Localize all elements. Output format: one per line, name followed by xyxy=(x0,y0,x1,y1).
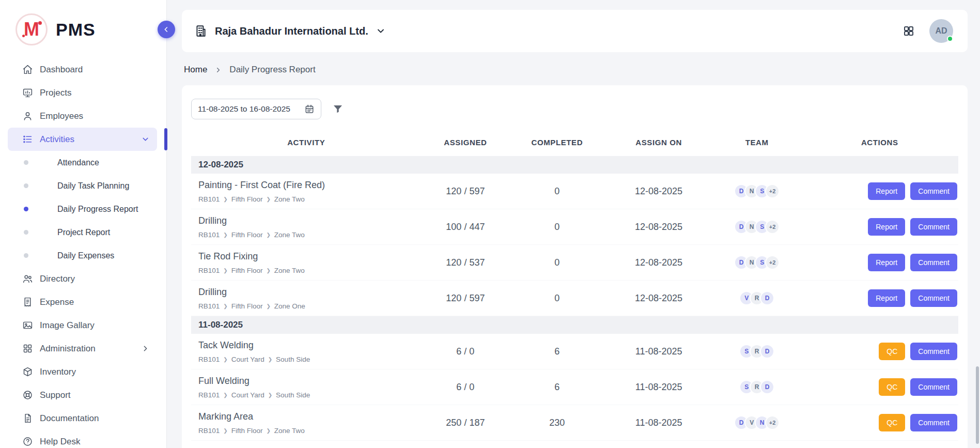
table-row: Painting - First Coat (Fire Red)RB101❯Fi… xyxy=(191,174,958,209)
row-actions: ReportComment xyxy=(801,218,958,236)
sidebar-item-documentation[interactable]: Documentation xyxy=(8,407,157,430)
sidebar-item-directory[interactable]: Directory xyxy=(8,267,157,290)
sidebar-item-inventory[interactable]: Inventory xyxy=(8,360,157,383)
breadcrumb-home[interactable]: Home xyxy=(184,65,207,75)
sidebar-subitem-label: Daily Task Planning xyxy=(57,181,129,191)
online-status-dot xyxy=(947,36,953,42)
team-extra-badge[interactable]: +2 xyxy=(765,415,780,430)
team-avatar[interactable]: D xyxy=(760,291,774,305)
sidebar-subitem-daily-task-planning[interactable]: Daily Task Planning xyxy=(8,174,157,197)
date-range-input[interactable] xyxy=(198,104,300,114)
sidebar-item-help-desk[interactable]: Help Desk xyxy=(8,430,157,448)
sidebar-item-support[interactable]: Support xyxy=(8,383,157,407)
column-header-completed: COMPLETED xyxy=(509,138,604,147)
chevron-right-icon: ❯ xyxy=(266,196,270,202)
sidebar-item-dashboard[interactable]: Dashboard xyxy=(8,58,157,81)
comment-button[interactable]: Comment xyxy=(910,343,957,360)
sidebar-subitem-label: Daily Progress Report xyxy=(57,205,138,214)
chevron-right-icon: ❯ xyxy=(266,303,270,309)
chevron-right-icon: ❯ xyxy=(266,232,270,238)
sidebar-subitem-daily-progress-report[interactable]: Daily Progress Report xyxy=(8,197,157,221)
activity-cell: DrillingRB101❯Fifth Floor❯Zone One xyxy=(191,287,422,310)
qc-button[interactable]: QC xyxy=(879,343,905,360)
apps-grid-button[interactable] xyxy=(903,25,915,37)
sidebar-subitem-label: Attendance xyxy=(57,158,99,167)
sidebar-subitem-attendance[interactable]: Attendance xyxy=(8,151,157,174)
user-menu[interactable]: AD xyxy=(929,19,953,43)
bullet-icon xyxy=(24,183,28,188)
activity-path: RB101❯Fifth Floor❯Zone Two xyxy=(198,427,422,435)
comment-button[interactable]: Comment xyxy=(910,182,957,200)
sidebar-item-expense[interactable]: Expense xyxy=(8,290,157,314)
table-row: DrillingRB101❯Fifth Floor❯Zone One120 / … xyxy=(191,281,958,316)
path-segment: Fifth Floor xyxy=(231,195,263,203)
path-segment: RB101 xyxy=(198,231,220,239)
team-avatars: DNS+2 xyxy=(713,220,801,234)
team-extra-badge[interactable]: +2 xyxy=(765,255,780,270)
report-button[interactable]: Report xyxy=(868,289,905,307)
projects-icon xyxy=(22,87,33,99)
report-button[interactable]: Report xyxy=(868,182,905,200)
assign-on-value: 11-08-2025 xyxy=(604,382,712,393)
sidebar-item-activities[interactable]: Activities xyxy=(8,128,157,151)
team-avatar[interactable]: D xyxy=(760,380,774,394)
qc-button[interactable]: QC xyxy=(879,414,905,431)
sidebar-item-image-gallary[interactable]: Image Gallary xyxy=(8,314,157,337)
sidebar-item-label: Employees xyxy=(40,111,83,121)
page-scrollbar[interactable] xyxy=(976,366,979,444)
app-name: PMS xyxy=(56,20,96,40)
activity-title: Drilling xyxy=(198,287,422,298)
sidebar-item-administration[interactable]: Administration xyxy=(8,337,157,360)
comment-button[interactable]: Comment xyxy=(910,254,957,271)
team-extra-badge[interactable]: +2 xyxy=(765,184,780,198)
comment-button[interactable]: Comment xyxy=(910,378,957,396)
report-button[interactable]: Report xyxy=(868,218,905,236)
completed-value: 6 xyxy=(509,382,604,393)
sidebar-item-label: Support xyxy=(40,390,71,400)
path-segment: Fifth Floor xyxy=(231,302,263,310)
sidebar-item-label: Documentation xyxy=(40,413,99,424)
chevron-right-icon: ❯ xyxy=(223,357,227,362)
activity-cell: Tie Rod FixingRB101❯Fifth Floor❯Zone Two xyxy=(191,251,422,274)
bullet-icon xyxy=(24,160,28,165)
chevron-right-icon xyxy=(214,66,222,74)
assigned-value: 120 / 597 xyxy=(422,293,510,304)
company-name: Raja Bahadur International Ltd. xyxy=(215,25,368,37)
completed-value: 0 xyxy=(509,222,604,233)
filter-button[interactable] xyxy=(332,103,344,115)
assigned-value: 6 / 0 xyxy=(422,346,510,357)
sidebar-collapse-button[interactable] xyxy=(158,21,175,38)
sidebar-subitem-daily-expenses[interactable]: Daily Expenses xyxy=(8,244,157,267)
report-button[interactable]: Report xyxy=(868,254,905,271)
breadcrumb-current: Daily Progress Report xyxy=(229,65,315,75)
support-icon xyxy=(22,390,33,401)
path-segment: Fifth Floor xyxy=(231,267,263,274)
team-extra-badge[interactable]: +2 xyxy=(765,220,780,234)
activity-cell: Painting - First Coat (Fire Red)RB101❯Fi… xyxy=(191,180,422,203)
chevron-down-icon xyxy=(376,26,386,36)
qc-button[interactable]: QC xyxy=(879,378,905,396)
path-segment: Zone Two xyxy=(274,267,305,274)
row-actions: ReportComment xyxy=(801,182,958,200)
activity-title: Painting - First Coat (Fire Red) xyxy=(198,180,422,191)
chevron-right-icon: ❯ xyxy=(266,428,270,434)
company-selector[interactable]: Raja Bahadur International Ltd. xyxy=(194,24,386,38)
sidebar-item-projects[interactable]: Projects xyxy=(8,81,157,104)
comment-button[interactable]: Comment xyxy=(910,218,957,236)
sidebar-subitem-project-report[interactable]: Project Report xyxy=(8,221,157,244)
logo: M PMS xyxy=(0,0,166,56)
activity-path: RB101❯Fifth Floor❯Zone Two xyxy=(198,195,422,203)
sidebar: M PMS DashboardProjectsEmployeesActiviti… xyxy=(0,0,167,448)
row-actions: QCComment xyxy=(801,343,958,360)
path-segment: RB101 xyxy=(198,267,220,274)
team-avatar[interactable]: D xyxy=(760,344,774,359)
assigned-value: 120 / 597 xyxy=(422,186,510,197)
comment-button[interactable]: Comment xyxy=(910,289,957,307)
directory-icon xyxy=(22,273,33,285)
date-range-picker[interactable] xyxy=(191,99,321,119)
sidebar-item-label: Activities xyxy=(40,134,74,145)
sidebar-item-employees[interactable]: Employees xyxy=(8,104,157,128)
path-segment: South Side xyxy=(276,356,310,363)
comment-button[interactable]: Comment xyxy=(910,414,957,431)
table-row: Full WeldingRB101❯Court Yard❯South Side6… xyxy=(191,369,958,405)
